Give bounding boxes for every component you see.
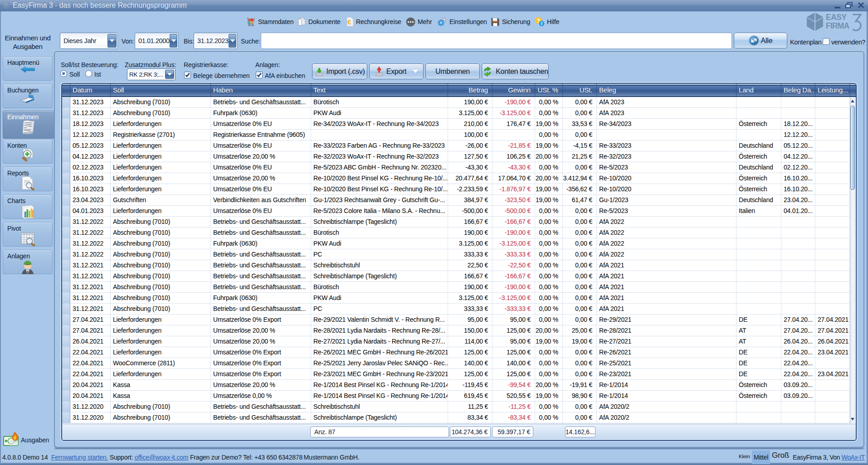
svg-text:EASY: EASY <box>826 13 847 22</box>
svg-text:FIRMA: FIRMA <box>826 21 850 30</box>
svg-text:€: € <box>347 18 351 26</box>
